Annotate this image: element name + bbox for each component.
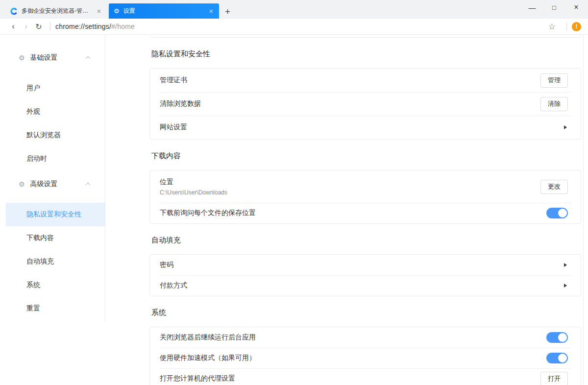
- row-background-apps: 关闭浏览器后继续运行后台应用: [150, 327, 581, 348]
- row-download-location: 位置 C:\Users\User\Downloads 更改: [150, 170, 581, 203]
- row-label: 下载前询问每个文件的保存位置: [160, 209, 546, 217]
- downloads-card: 位置 C:\Users\User\Downloads 更改 下载前询问每个文件的…: [149, 170, 581, 224]
- tab-settings[interactable]: ⚙ 设置 ×: [109, 3, 219, 19]
- url-main: chrome://settings/: [55, 23, 111, 30]
- new-tab-button[interactable]: +: [225, 7, 230, 16]
- row-label: 打开您计算机的代理设置: [160, 374, 540, 383]
- browser-logo-icon: [10, 7, 18, 15]
- sidebar-item-default-browser[interactable]: 默认浏览器: [6, 123, 105, 147]
- row-label: 付款方式: [160, 281, 564, 290]
- open-button[interactable]: 打开: [540, 372, 568, 385]
- tab-strip: 多御企业安全浏览器-管理后台 × ⚙ 设置 × + — □ ×: [0, 0, 588, 19]
- sidebar-item-reset[interactable]: 重置: [6, 297, 105, 320]
- reload-icon[interactable]: ↻: [32, 22, 45, 31]
- window-controls: — □ ×: [528, 3, 580, 12]
- chevron-up-icon: [86, 183, 91, 188]
- close-tab-icon[interactable]: ×: [96, 8, 102, 15]
- minimize-icon[interactable]: —: [528, 3, 536, 12]
- sidebar-item-system[interactable]: 系统: [6, 273, 105, 297]
- row-manage-certificates: 管理证书 管理: [150, 69, 581, 92]
- bookmark-star-icon[interactable]: ☆: [548, 22, 556, 32]
- sidebar-group-basic-settings[interactable]: ⚙ 基础设置: [0, 46, 105, 70]
- maximize-icon[interactable]: □: [550, 4, 558, 11]
- ask-download-location-toggle[interactable]: [546, 208, 568, 218]
- arrow-right-icon[interactable]: [564, 284, 567, 288]
- chevron-up-icon: [86, 56, 91, 61]
- main-area: ⚙ 基础设置 用户 外观 默认浏览器 启动时 ⚙ 高级设置 隐私设置和安全性 下…: [0, 35, 588, 385]
- tab-admin-console[interactable]: 多御企业安全浏览器-管理后台 ×: [5, 3, 107, 19]
- row-proxy-settings: 打开您计算机的代理设置 打开: [150, 368, 581, 385]
- hardware-acceleration-toggle[interactable]: [546, 353, 568, 363]
- background-apps-toggle[interactable]: [546, 332, 568, 343]
- settings-page: 隐私设置和安全性 管理证书 管理 清除浏览数据 清除 网站设置 下载内容: [105, 35, 588, 385]
- download-path: C:\Users\User\Downloads: [160, 189, 540, 196]
- sidebar-item-autofill[interactable]: 自动填充: [6, 250, 105, 273]
- row-passwords[interactable]: 密码: [150, 255, 581, 275]
- row-label: 密码: [160, 261, 564, 269]
- sidebar-items: 隐私设置和安全性 下载内容 自动填充 系统 重置: [0, 203, 105, 320]
- sidebar-item-users[interactable]: 用户: [6, 76, 105, 100]
- system-card: 关闭浏览器后继续运行后台应用 使用硬件加速模式（如果可用） 打开您计算机的代理设…: [149, 327, 581, 385]
- autofill-card: 密码 付款方式: [149, 254, 581, 296]
- sidebar-item-privacy-security[interactable]: 隐私设置和安全性: [6, 203, 105, 226]
- update-alert-badge[interactable]: !: [572, 22, 581, 31]
- sidebar-items: 用户 外观 默认浏览器 启动时: [0, 76, 105, 170]
- close-tab-icon[interactable]: ×: [208, 8, 214, 15]
- previous-card-bottom: [149, 35, 581, 38]
- row-label: 网站设置: [160, 123, 564, 132]
- tab-title: 多御企业安全浏览器-管理后台: [22, 7, 92, 15]
- sidebar-item-on-startup[interactable]: 启动时: [6, 147, 105, 170]
- sidebar-item-downloads[interactable]: 下载内容: [6, 226, 105, 250]
- divider: [50, 22, 50, 31]
- row-site-settings[interactable]: 网站设置: [150, 116, 581, 139]
- row-clear-browsing-data: 清除浏览数据 清除: [150, 92, 581, 116]
- row-text: 位置 C:\Users\User\Downloads: [160, 178, 540, 196]
- gear-icon: ⚙: [19, 180, 25, 188]
- forward-icon[interactable]: ›: [20, 22, 32, 31]
- clear-button[interactable]: 清除: [540, 97, 568, 111]
- privacy-security-card: 管理证书 管理 清除浏览数据 清除 网站设置: [149, 68, 581, 140]
- row-ask-download-location: 下载前询问每个文件的保存位置: [150, 203, 581, 223]
- close-window-icon[interactable]: ×: [572, 3, 580, 12]
- back-icon[interactable]: ‹: [7, 22, 20, 31]
- sidebar-group-advanced-settings[interactable]: ⚙ 高级设置: [0, 172, 105, 196]
- change-button[interactable]: 更改: [540, 180, 568, 194]
- gear-icon: ⚙: [114, 7, 120, 15]
- scrollbar[interactable]: [583, 35, 588, 385]
- settings-content: 隐私设置和安全性 管理证书 管理 清除浏览数据 清除 网站设置 下载内容: [105, 35, 588, 385]
- section-title-privacy-security: 隐私设置和安全性: [151, 48, 581, 59]
- url-field[interactable]: chrome://settings/#/home: [55, 23, 548, 30]
- row-payment-methods[interactable]: 付款方式: [150, 275, 581, 296]
- tab-title: 设置: [123, 7, 204, 15]
- group-label: 高级设置: [30, 180, 58, 189]
- arrow-right-icon[interactable]: [564, 263, 567, 267]
- row-label: 管理证书: [160, 76, 540, 85]
- row-label: 清除浏览数据: [160, 99, 540, 108]
- section-title-autofill: 自动填充: [151, 235, 581, 245]
- section-title-downloads: 下载内容: [151, 150, 581, 161]
- row-label: 使用硬件加速模式（如果可用）: [160, 354, 546, 362]
- gear-icon: ⚙: [19, 54, 25, 62]
- url-fragment: #/home: [111, 23, 135, 30]
- arrow-right-icon[interactable]: [564, 125, 567, 129]
- group-label: 基础设置: [30, 53, 58, 62]
- divider: [566, 22, 567, 31]
- address-bar: ‹ › ↻ chrome://settings/#/home ☆ !: [0, 19, 588, 35]
- section-title-system: 系统: [151, 307, 581, 318]
- row-label: 位置: [160, 178, 540, 187]
- row-label: 关闭浏览器后继续运行后台应用: [160, 333, 546, 342]
- manage-button[interactable]: 管理: [540, 73, 568, 88]
- row-hardware-acceleration: 使用硬件加速模式（如果可用）: [150, 348, 581, 368]
- sidebar-item-appearance[interactable]: 外观: [6, 100, 105, 123]
- settings-sidebar: ⚙ 基础设置 用户 外观 默认浏览器 启动时 ⚙ 高级设置 隐私设置和安全性 下…: [0, 35, 105, 385]
